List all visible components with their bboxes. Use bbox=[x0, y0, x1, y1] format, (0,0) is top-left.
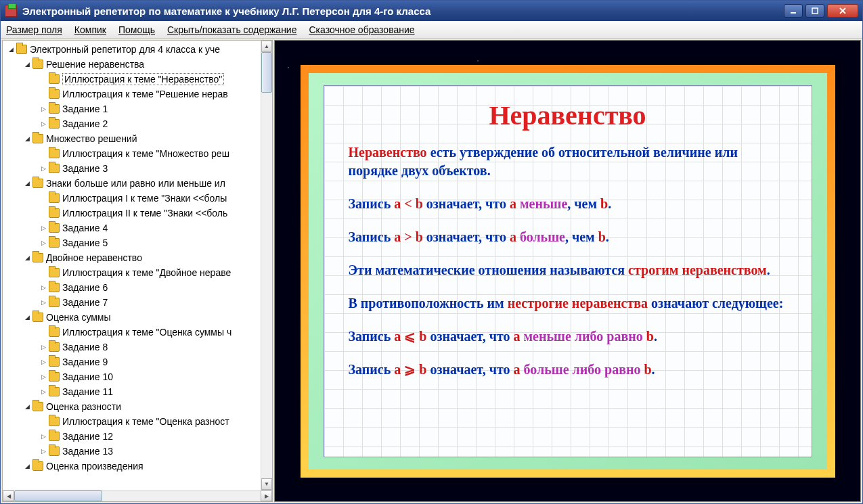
tree-item[interactable]: ▷Задание 8 bbox=[3, 340, 272, 354]
tree-item[interactable]: ▷Задание 1 bbox=[3, 101, 272, 116]
collapse-icon[interactable]: ◢ bbox=[23, 179, 31, 187]
tree-item[interactable]: ▷Задание 5 bbox=[3, 235, 272, 250]
tree-item-label: Иллюстрация I к теме "Знаки <<болы bbox=[62, 193, 227, 204]
scroll-down-button[interactable]: ▼ bbox=[261, 478, 272, 490]
tree-item-label: Задание 5 bbox=[62, 237, 108, 248]
folder-icon bbox=[49, 372, 60, 382]
collapse-icon[interactable]: ◢ bbox=[23, 60, 31, 68]
page-title: Неравенство bbox=[349, 99, 787, 131]
folder-icon bbox=[49, 387, 60, 396]
tree-item-label: Задание 4 bbox=[62, 223, 108, 233]
collapse-icon[interactable]: ◢ bbox=[23, 462, 31, 470]
expand-icon[interactable]: ▷ bbox=[39, 224, 47, 232]
tree-item[interactable]: Иллюстрация I к теме "Знаки <<болы bbox=[3, 191, 272, 206]
tree-pane: ◢Электронный репетитор для 4 класса к уч… bbox=[2, 40, 273, 502]
collapse-icon[interactable]: ◢ bbox=[7, 45, 15, 53]
tree-horizontal-scrollbar[interactable]: ◀ ▶ bbox=[3, 490, 272, 501]
close-button[interactable] bbox=[827, 4, 858, 18]
expand-icon[interactable]: ▷ bbox=[39, 432, 47, 440]
folder-icon bbox=[32, 60, 43, 69]
folder-icon bbox=[32, 402, 43, 411]
folder-icon bbox=[49, 223, 60, 233]
tree-item[interactable]: ◢Двойное неравенство bbox=[3, 250, 272, 265]
maximize-button[interactable] bbox=[805, 4, 824, 18]
menu-kompik[interactable]: Компик bbox=[74, 24, 106, 35]
folder-icon bbox=[32, 461, 43, 471]
menu-size[interactable]: Размер поля bbox=[6, 24, 62, 35]
tree-item[interactable]: Иллюстрация к теме "Неравенство" bbox=[3, 72, 272, 87]
collapse-icon[interactable]: ◢ bbox=[23, 403, 31, 411]
tree-item[interactable]: ▷Задание 2 bbox=[3, 116, 272, 131]
expand-icon[interactable]: ▷ bbox=[39, 105, 47, 113]
tree-item[interactable]: ▷Задание 12 bbox=[3, 429, 272, 444]
menubar: Размер поля Компик Помощь Скрыть/показат… bbox=[1, 21, 862, 39]
tree-item-label: Множество решений bbox=[46, 133, 137, 144]
tree-item[interactable]: Иллюстрация к теме "Двойное нераве bbox=[3, 265, 272, 280]
tree-item[interactable]: ◢Электронный репетитор для 4 класса к уч… bbox=[3, 42, 272, 57]
app-window: Электронный репетитор по математике к уч… bbox=[0, 0, 863, 504]
menu-edu[interactable]: Сказочное образование bbox=[309, 24, 414, 35]
folder-icon bbox=[32, 253, 43, 262]
menu-toggle-toc[interactable]: Скрыть/показать содержание bbox=[167, 24, 296, 35]
tree-item[interactable]: Иллюстрация к теме "Оценка разност bbox=[3, 414, 272, 429]
tree-item-label: Решение неравенства bbox=[46, 59, 144, 70]
collapse-icon[interactable]: ◢ bbox=[23, 313, 31, 321]
tree-item-label: Иллюстрация к теме "Оценка разност bbox=[62, 416, 229, 427]
expand-icon[interactable]: ▷ bbox=[39, 388, 47, 396]
tree-item[interactable]: ▷Задание 4 bbox=[3, 221, 272, 235]
menu-help[interactable]: Помощь bbox=[118, 24, 155, 35]
tree-item[interactable]: ▷Задание 9 bbox=[3, 354, 272, 369]
tree-item[interactable]: Иллюстрация II к теме "Знаки <<боль bbox=[3, 206, 272, 221]
folder-icon bbox=[49, 283, 60, 292]
paragraph-less-than: Запись a < b означает, что a меньше, чем… bbox=[349, 195, 787, 213]
tree-item[interactable]: ▷Задание 10 bbox=[3, 369, 272, 384]
tree-item-label: Иллюстрация II к теме "Знаки <<боль bbox=[62, 208, 227, 219]
tree-item-label: Иллюстрация к теме "Оценка суммы ч bbox=[62, 327, 231, 338]
tree-item[interactable]: ▷Задание 11 bbox=[3, 384, 272, 399]
expand-icon[interactable]: ▷ bbox=[39, 239, 47, 247]
tree-item[interactable]: ▷Задание 3 bbox=[3, 161, 272, 176]
expand-icon[interactable]: ▷ bbox=[39, 283, 47, 292]
collapse-icon[interactable]: ◢ bbox=[23, 135, 31, 143]
tree-item-label: Задание 11 bbox=[62, 386, 113, 397]
expand-icon[interactable]: ▷ bbox=[39, 358, 47, 366]
tree-item[interactable]: Иллюстрация к теме "Множество реш bbox=[3, 146, 272, 161]
expand-icon[interactable]: ▷ bbox=[39, 343, 47, 351]
expand-icon[interactable]: ▷ bbox=[39, 373, 47, 381]
tree-item[interactable]: ▷Задание 7 bbox=[3, 295, 272, 310]
tree-item-label: Оценка произведения bbox=[46, 461, 143, 472]
tree-item[interactable]: ▷Задание 13 bbox=[3, 444, 272, 459]
tree-item-label: Задание 7 bbox=[62, 297, 108, 308]
tree-scroll: ◢Электронный репетитор для 4 класса к уч… bbox=[3, 41, 272, 490]
folder-icon bbox=[32, 134, 43, 143]
scroll-up-button[interactable]: ▲ bbox=[261, 41, 272, 52]
tree-item[interactable]: Иллюстрация к теме "Решение нерав bbox=[3, 87, 272, 101]
window-title: Электронный репетитор по математике к уч… bbox=[22, 5, 430, 17]
tree-vertical-scrollbar[interactable]: ▲ ▼ bbox=[261, 41, 272, 490]
content-pane: Неравенство Неравенство есть утверждение… bbox=[274, 40, 861, 502]
collapse-icon[interactable]: ◢ bbox=[23, 254, 31, 262]
tree-item[interactable]: ◢Знаки больше или равно или меньше ил bbox=[3, 176, 272, 191]
tree-item-label: Знаки больше или равно или меньше ил bbox=[46, 178, 225, 189]
tree-item[interactable]: Иллюстрация к теме "Оценка суммы ч bbox=[3, 325, 272, 340]
scroll-thumb-v[interactable] bbox=[261, 52, 272, 93]
folder-icon bbox=[49, 119, 60, 129]
expand-icon[interactable]: ▷ bbox=[39, 120, 47, 128]
expand-icon[interactable]: ▷ bbox=[39, 298, 47, 306]
tree-item[interactable]: ▷Задание 6 bbox=[3, 280, 272, 295]
expand-icon[interactable]: ▷ bbox=[39, 447, 47, 455]
scroll-right-button[interactable]: ▶ bbox=[261, 490, 272, 501]
tree-item[interactable]: ◢Множество решений bbox=[3, 131, 272, 146]
tree-item-label: Задание 8 bbox=[62, 342, 108, 352]
titlebar[interactable]: Электронный репетитор по математике к уч… bbox=[1, 1, 862, 21]
graph-paper: Неравенство Неравенство есть утверждение… bbox=[324, 85, 812, 457]
scroll-thumb-h[interactable] bbox=[14, 490, 102, 501]
scroll-left-button[interactable]: ◀ bbox=[3, 490, 14, 501]
minimize-button[interactable] bbox=[784, 4, 803, 18]
tree-item[interactable]: ◢Оценка произведения bbox=[3, 459, 272, 474]
expand-icon[interactable]: ▷ bbox=[39, 164, 47, 173]
tree-item-label: Задание 1 bbox=[62, 104, 108, 114]
tree-item[interactable]: ◢Оценка разности bbox=[3, 399, 272, 414]
tree-item[interactable]: ◢Решение неравенства bbox=[3, 57, 272, 72]
tree-item[interactable]: ◢Оценка суммы bbox=[3, 310, 272, 325]
